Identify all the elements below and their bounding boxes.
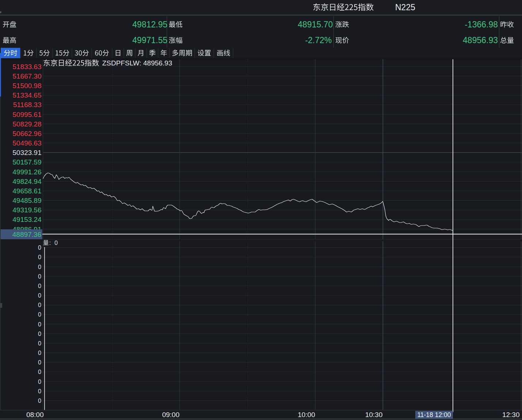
svg-text:51168.33: 51168.33: [13, 101, 42, 109]
svg-text:50829.28: 50829.28: [12, 120, 41, 128]
svg-text:0: 0: [38, 331, 41, 337]
svg-text:50323.91: 50323.91: [12, 149, 41, 156]
svg-text:51334.65: 51334.65: [12, 91, 41, 99]
svg-text:-2.72%: -2.72%: [305, 35, 332, 45]
svg-text:0: 0: [38, 321, 41, 328]
svg-text:49153.24: 49153.24: [12, 216, 42, 223]
svg-text:51500.98: 51500.98: [12, 82, 41, 90]
svg-text:49319.56: 49319.56: [12, 206, 41, 214]
svg-text:0: 0: [38, 340, 41, 347]
svg-text:48915.70: 48915.70: [298, 20, 333, 29]
svg-text:0: 0: [38, 350, 41, 356]
svg-text:49658.61: 49658.61: [12, 187, 41, 195]
svg-text:08:00: 08:00: [26, 411, 44, 419]
svg-text:0: 0: [38, 388, 41, 394]
svg-text:0: 0: [38, 302, 41, 308]
svg-text:-1366.98: -1366.98: [465, 20, 498, 29]
svg-text:49991.26: 49991.26: [12, 168, 41, 176]
svg-text:0: 0: [38, 359, 41, 366]
svg-text:49812.95: 49812.95: [132, 20, 167, 29]
svg-text:49485.89: 49485.89: [12, 197, 41, 204]
svg-text:12:30: 12:30: [502, 411, 520, 419]
svg-text:ZSDPFSLW: 48956.93: ZSDPFSLW: 48956.93: [102, 59, 173, 67]
svg-text:51667.30: 51667.30: [12, 72, 41, 80]
svg-text:48956.93: 48956.93: [463, 35, 498, 45]
svg-text:48897.36: 48897.36: [12, 231, 41, 238]
svg-text:0: 0: [38, 311, 41, 318]
svg-text:50157.59: 50157.59: [12, 158, 41, 166]
svg-text:09:00: 09:00: [162, 411, 179, 419]
svg-text:11-18 12:00: 11-18 12:00: [417, 411, 451, 419]
svg-text:0: 0: [38, 369, 41, 375]
svg-text:0: 0: [38, 292, 41, 299]
svg-text:10:00: 10:00: [298, 411, 315, 419]
svg-text:49824.94: 49824.94: [12, 178, 42, 185]
svg-text:51833.63: 51833.63: [12, 63, 41, 71]
svg-text:0: 0: [38, 283, 41, 289]
svg-text:50496.63: 50496.63: [12, 139, 41, 147]
svg-text:0: 0: [54, 240, 58, 246]
svg-text:10:30: 10:30: [365, 411, 383, 419]
svg-text:50995.61: 50995.61: [12, 111, 41, 118]
svg-text:0: 0: [38, 273, 41, 280]
svg-text:0: 0: [38, 254, 41, 260]
svg-text:50662.96: 50662.96: [12, 130, 41, 137]
svg-text:0: 0: [38, 245, 41, 251]
svg-text:0: 0: [38, 379, 41, 385]
svg-text:49971.55: 49971.55: [132, 35, 167, 45]
svg-text::: :: [49, 240, 51, 246]
svg-text:0: 0: [38, 398, 41, 404]
svg-text:N225: N225: [395, 3, 415, 12]
svg-text:0: 0: [38, 264, 41, 270]
